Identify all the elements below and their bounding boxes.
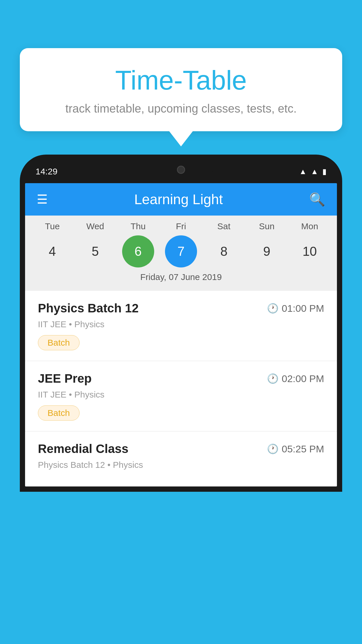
- wifi-icon: ▲: [299, 167, 307, 176]
- class-header-1: Physics Batch 12 🕐 01:00 PM: [38, 301, 324, 315]
- day-label-sat: Sat: [208, 221, 240, 231]
- class-list: Physics Batch 12 🕐 01:00 PM IIT JEE • Ph…: [25, 291, 337, 487]
- class-meta-2: IIT JEE • Physics: [38, 390, 324, 400]
- day-7-selected[interactable]: 7: [165, 235, 197, 267]
- status-bar: 14:29 ▲ ▲ ▮: [25, 160, 337, 183]
- calendar-strip: Tue Wed Thu Fri Sat Sun Mon 4 5 6 7 8 9 …: [25, 216, 337, 291]
- day-label-wed: Wed: [79, 221, 111, 231]
- class-time-2: 🕐 02:00 PM: [267, 373, 324, 384]
- class-item-remedial[interactable]: Remedial Class 🕐 05:25 PM Physics Batch …: [25, 431, 337, 487]
- day-9[interactable]: 9: [251, 235, 283, 267]
- class-item-jee-prep[interactable]: JEE Prep 🕐 02:00 PM IIT JEE • Physics Ba…: [25, 361, 337, 431]
- phone-body: 14:29 ▲ ▲ ▮ ☰ Learning Light 🔍 Tue: [20, 155, 342, 492]
- signal-icon: ▲: [311, 167, 318, 176]
- phone-notch: [149, 160, 213, 180]
- class-time-3: 🕐 05:25 PM: [267, 443, 324, 455]
- batch-badge-2: Batch: [38, 405, 80, 421]
- class-header-2: JEE Prep 🕐 02:00 PM: [38, 372, 324, 386]
- day-label-fri: Fri: [165, 221, 197, 231]
- batch-badge-1: Batch: [38, 335, 80, 350]
- app-bar: ☰ Learning Light 🔍: [25, 183, 337, 216]
- day-6-today[interactable]: 6: [122, 235, 154, 267]
- tooltip-card: Time-Table track timetable, upcoming cla…: [20, 48, 342, 131]
- selected-date: Friday, 07 June 2019: [25, 267, 337, 288]
- day-numbers: 4 5 6 7 8 9 10: [25, 235, 337, 267]
- day-5[interactable]: 5: [79, 235, 111, 267]
- camera: [177, 166, 185, 174]
- app-title: Learning Light: [134, 191, 223, 207]
- search-icon[interactable]: 🔍: [309, 192, 325, 207]
- phone-mockup: 14:29 ▲ ▲ ▮ ☰ Learning Light 🔍 Tue: [20, 155, 342, 644]
- clock-icon-3: 🕐: [267, 443, 279, 454]
- day-labels: Tue Wed Thu Fri Sat Sun Mon: [25, 221, 337, 231]
- class-name-2: JEE Prep: [38, 372, 92, 386]
- class-time-1: 🕐 01:00 PM: [267, 303, 324, 314]
- battery-icon: ▮: [322, 167, 326, 176]
- day-label-tue: Tue: [36, 221, 68, 231]
- class-item-physics-batch[interactable]: Physics Batch 12 🕐 01:00 PM IIT JEE • Ph…: [25, 291, 337, 361]
- clock-icon-1: 🕐: [267, 303, 279, 314]
- class-meta-3: Physics Batch 12 • Physics: [38, 460, 324, 470]
- day-4[interactable]: 4: [36, 235, 68, 267]
- hamburger-icon[interactable]: ☰: [37, 193, 48, 206]
- class-name-1: Physics Batch 12: [38, 301, 139, 315]
- day-8[interactable]: 8: [208, 235, 240, 267]
- status-icons: ▲ ▲ ▮: [299, 167, 326, 176]
- phone-screen: ☰ Learning Light 🔍 Tue Wed Thu Fri Sat S…: [25, 183, 337, 487]
- day-label-mon: Mon: [294, 221, 326, 231]
- clock-icon-2: 🕐: [267, 373, 279, 384]
- day-label-sun: Sun: [251, 221, 283, 231]
- class-meta-1: IIT JEE • Physics: [38, 319, 324, 329]
- day-10[interactable]: 10: [294, 235, 326, 267]
- class-name-3: Remedial Class: [38, 442, 129, 456]
- day-label-thu: Thu: [122, 221, 154, 231]
- tooltip-title: Time-Table: [43, 66, 319, 95]
- tooltip-subtitle: track timetable, upcoming classes, tests…: [43, 102, 319, 115]
- status-time: 14:29: [36, 167, 57, 176]
- class-header-3: Remedial Class 🕐 05:25 PM: [38, 442, 324, 456]
